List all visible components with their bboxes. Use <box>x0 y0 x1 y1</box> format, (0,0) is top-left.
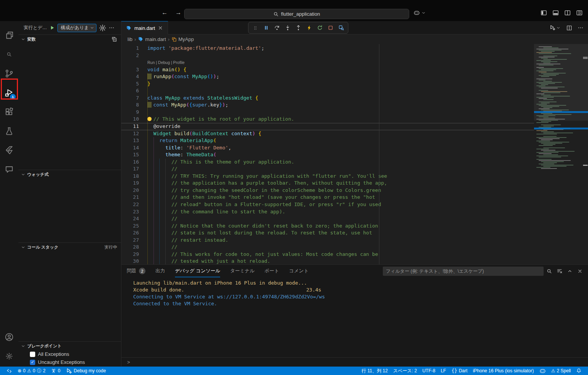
code-line-16[interactable]: 16 // This is the theme of your applicat… <box>121 159 588 166</box>
code-line-25[interactable]: 25 // Notice that the counter didn't res… <box>121 223 588 230</box>
status-debug-session[interactable]: Debug my code <box>63 367 109 375</box>
breadcrumb-item[interactable]: lib <box>127 36 132 42</box>
activity-item-chat[interactable] <box>0 160 18 179</box>
ellipsis-icon[interactable] <box>109 25 114 31</box>
breakpoint-item[interactable]: All Exceptions <box>18 350 121 358</box>
split-editor-button[interactable] <box>566 25 572 31</box>
code-line-28[interactable]: 28 // <box>121 244 588 251</box>
activity-item-run-and-debug[interactable]: 1 <box>0 83 18 102</box>
breadcrumb-item[interactable]: MyApp <box>172 36 194 42</box>
status-notifications[interactable] <box>573 367 584 375</box>
section-header-breakpoints[interactable]: ブレークポイント <box>18 342 121 350</box>
run-or-debug-button[interactable] <box>549 25 561 31</box>
gear-icon[interactable] <box>99 24 106 32</box>
code-line-29[interactable]: 29 // This works for code too, not just … <box>121 251 588 258</box>
layout-customize-icon[interactable] <box>576 10 583 16</box>
breadcrumb-item[interactable]: main.dart <box>138 36 166 42</box>
code-line-12[interactable]: 12 Widget build(BuildContext context) { <box>121 130 588 138</box>
panel-tab-ポート[interactable]: ポート <box>265 265 279 277</box>
stop-button[interactable] <box>326 23 335 33</box>
widget-inspector-button[interactable] <box>336 23 346 33</box>
code-line-22[interactable]: 22 // reload" button in a Flutter-suppor… <box>121 201 588 208</box>
panel-tab-出力[interactable]: 出力 <box>155 265 165 277</box>
status-indentation[interactable]: スペース: 2 <box>390 367 420 375</box>
search-icon[interactable] <box>547 269 552 274</box>
code-line-23[interactable]: 23 // the command line to start the app)… <box>121 208 588 216</box>
activity-item-flutter[interactable] <box>0 141 18 160</box>
code-line-11[interactable]: 11 @override <box>121 123 588 130</box>
code-line-10[interactable]: 10// This widget is the root of your app… <box>121 116 588 123</box>
step-over-button[interactable] <box>272 23 281 33</box>
restart-button[interactable] <box>315 23 324 33</box>
code-line-14[interactable]: 14 title: 'Flutter Demo', <box>121 144 588 152</box>
start-debug-button[interactable] <box>49 25 55 31</box>
close-icon[interactable] <box>577 269 583 274</box>
activity-item-explorer[interactable] <box>0 26 18 45</box>
panel-tab-問題[interactable]: 問題 2 <box>127 265 145 277</box>
code-line-3[interactable]: 3void main() { <box>121 66 588 74</box>
status-language-mode[interactable]: {}Dart <box>449 367 470 375</box>
layout-panel-icon[interactable] <box>552 10 559 16</box>
checkbox-checked[interactable]: ✓ <box>30 360 35 365</box>
code-editor[interactable]: 1import 'package:flutter/material.dart';… <box>121 44 588 264</box>
code-line-24[interactable]: 24 // <box>121 215 588 223</box>
code-line-9[interactable]: 9 <box>121 109 588 116</box>
activity-item-extensions[interactable] <box>0 102 18 121</box>
code-line-8[interactable]: 8const MyApp({super.key}); <box>121 102 588 109</box>
code-line-6[interactable]: 6 <box>121 87 588 95</box>
clear-console-icon[interactable] <box>557 268 562 274</box>
panel-tab-ターミナル[interactable]: ターミナル <box>230 265 255 277</box>
panel-tab-コメント[interactable]: コメント <box>289 265 309 277</box>
back-button[interactable]: ← <box>161 9 168 16</box>
code-line-5[interactable]: 5} <box>121 80 588 88</box>
layout-sidebar-left-icon[interactable] <box>541 10 547 16</box>
forward-button[interactable]: → <box>175 9 182 16</box>
chevron-up-icon[interactable] <box>567 268 573 274</box>
status-ports[interactable]: 0 <box>48 367 63 375</box>
activity-item-accounts[interactable] <box>0 328 18 347</box>
hot-reload-button[interactable] <box>304 23 314 33</box>
code-line-13[interactable]: 13 return MaterialApp( <box>121 137 588 144</box>
activity-item-testing[interactable] <box>0 121 18 141</box>
close-icon[interactable] <box>158 25 163 31</box>
console-filter[interactable] <box>383 267 544 276</box>
activity-item-search[interactable] <box>0 45 18 64</box>
code-line-21[interactable]: 21 // and then invoke "hot reload" (save… <box>121 194 588 201</box>
checkbox-unchecked[interactable] <box>30 352 35 357</box>
pause-button[interactable] <box>261 23 271 33</box>
debug-console-output[interactable]: Launching lib/main.dart on iPhone 16 Plu… <box>121 277 588 357</box>
status-copilot[interactable] <box>537 367 549 375</box>
step-out-button[interactable] <box>294 23 303 33</box>
layout-sidebar-right-icon[interactable] <box>564 10 571 16</box>
code-line-17[interactable]: 17 // <box>121 165 588 173</box>
command-center[interactable]: flutter_application <box>184 9 409 19</box>
breakpoint-item[interactable]: ✓ Uncaught Exceptions <box>18 358 121 366</box>
status-problems[interactable]: ⊗0⚠0ⓘ2 <box>15 367 48 375</box>
status-remote[interactable] <box>4 367 15 375</box>
lightbulb-icon[interactable] <box>147 117 152 121</box>
more-actions-button[interactable] <box>578 25 583 31</box>
code-line-26[interactable]: 26 // state is not lost during the reloa… <box>121 229 588 237</box>
code-line-1[interactable]: 1import 'package:flutter/material.dart'; <box>121 45 588 52</box>
code-line-30[interactable]: 30 // tested with just a hot reload. <box>121 258 588 264</box>
section-header-variables[interactable]: 変数 <box>18 35 121 43</box>
code-line-20[interactable]: 20 // try changing the seedColor in the … <box>121 187 588 194</box>
activity-item-settings[interactable] <box>0 347 18 366</box>
console-filter-input[interactable] <box>383 269 544 274</box>
status-eol[interactable]: LF <box>438 367 449 375</box>
debug-config-dropdown[interactable]: 構成がありま <box>57 24 96 32</box>
section-header-callstack[interactable]: コール スタック 実行中 <box>18 243 121 251</box>
copilot-menu[interactable] <box>413 10 426 16</box>
status-cursor-position[interactable]: 行 11、列 12 <box>359 367 390 375</box>
panel-tab-デバッグ コンソール[interactable]: デバッグ コンソール <box>175 265 220 277</box>
activity-item-source-control[interactable] <box>0 64 18 83</box>
codelens[interactable]: Run | Debug | Profile <box>121 59 588 66</box>
code-line-19[interactable]: 19 // the application has a purple toolb… <box>121 180 588 187</box>
status-encoding[interactable]: UTF-8 <box>420 367 438 375</box>
code-line-15[interactable]: 15 theme: ThemeData( <box>121 151 588 159</box>
code-line-18[interactable]: 18 // TRY THIS: Try running your applica… <box>121 173 588 180</box>
code-line-7[interactable]: 7class MyApp extends StatelessWidget { <box>121 95 588 102</box>
section-header-watch[interactable]: ウォッチ式 <box>18 170 121 178</box>
minimap[interactable] <box>534 44 588 264</box>
code-line-27[interactable]: 27 // restart instead. <box>121 237 588 244</box>
